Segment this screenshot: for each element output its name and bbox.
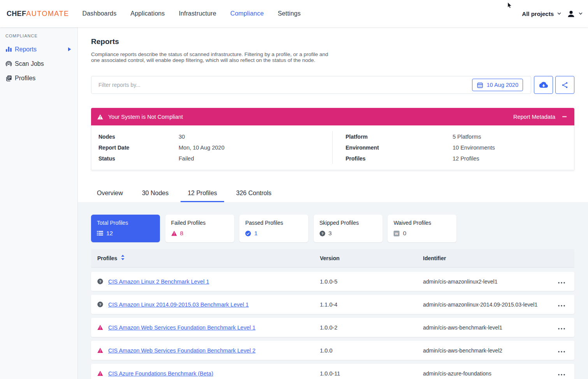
profile-identifier: admin/cis-amazonlinux-2014.09-2015.03-le… (423, 301, 549, 308)
row-menu-button[interactable] (556, 346, 567, 355)
main-nav: Dashboards Applications Infrastructure C… (82, 10, 301, 17)
metadata-label: Environment (333, 145, 453, 151)
profile-identifier: admin/cis-amazonlinux2-level1 (423, 279, 549, 285)
download-report-button[interactable] (534, 76, 553, 94)
top-navigation: CHEFAUTOMATE Dashboards Applications Inf… (0, 0, 588, 27)
page-title: Reports (91, 37, 574, 46)
nav-item-compliance[interactable]: Compliance (230, 10, 264, 17)
svg-text:?: ? (99, 280, 102, 284)
date-picker-button[interactable]: 10 Aug 2020 (472, 79, 523, 91)
main-content: Reports Compliance reports describe the … (78, 27, 588, 379)
card-label: Skipped Profiles (319, 220, 383, 226)
user-menu[interactable] (567, 10, 583, 18)
report-tabs: Overview 30 Nodes 12 Profiles 326 Contro… (90, 184, 574, 202)
tab-profiles[interactable]: 12 Profiles (181, 184, 224, 202)
failed-triangle-icon (97, 370, 103, 376)
table-row: CIS Amazon Web Services Foundation Bench… (91, 341, 574, 360)
table-row: ? CIS Amazon Linux 2014.09-2015.03 Bench… (91, 295, 574, 314)
nav-item-applications[interactable]: Applications (130, 10, 165, 17)
profiles-table: Profiles Version Identifier (91, 249, 574, 379)
profile-link[interactable]: CIS Azure Foundations Benchmark (Beta) (108, 370, 213, 377)
compliance-status-banner: Your System is Not Compliant Report Meta… (91, 108, 574, 125)
card-failed-profiles[interactable]: Failed Profiles 8 (165, 215, 234, 242)
card-value: 12 (106, 230, 113, 237)
card-label: Failed Profiles (171, 220, 234, 226)
table-row: ? CIS Amazon Linux 2 Benchmark Level 1 1… (91, 272, 574, 291)
metadata-label: Report Date (91, 145, 179, 151)
failed-triangle-icon (171, 231, 177, 236)
document-stack-icon (5, 75, 12, 81)
bar-chart-icon (5, 46, 12, 53)
row-menu-button[interactable] (556, 323, 567, 332)
nav-item-dashboards[interactable]: Dashboards (82, 10, 117, 17)
profile-version: 1.0.0-5 (320, 279, 423, 285)
chef-automate-logo[interactable]: CHEFAUTOMATE (7, 10, 69, 18)
profile-link[interactable]: CIS Amazon Linux 2014.09-2015.03 Benchma… (108, 301, 249, 308)
card-label: Total Profiles (97, 220, 160, 226)
radar-icon (5, 60, 12, 67)
metadata-value: 30 (179, 134, 185, 140)
sidebar-item-label: Reports (15, 46, 37, 53)
profile-link[interactable]: CIS Amazon Web Services Foundation Bench… (108, 347, 256, 354)
page-description: Compliance reports describe the status o… (91, 51, 574, 63)
nav-item-settings[interactable]: Settings (278, 10, 301, 17)
collapse-banner-button[interactable] (562, 116, 567, 117)
report-metadata-link[interactable]: Report Metadata (513, 114, 555, 120)
row-menu-button[interactable] (556, 277, 567, 286)
profile-identifier: admin/cis-aws-benchmark-level1 (423, 324, 549, 331)
ellipsis-icon (558, 305, 565, 307)
row-menu-button[interactable] (556, 300, 567, 309)
calendar-icon (477, 82, 483, 88)
card-label: Waived Profiles (393, 220, 456, 226)
profile-link[interactable]: CIS Amazon Web Services Foundation Bench… (108, 324, 256, 331)
failed-triangle-icon (97, 347, 103, 353)
column-header-profiles: Profiles (97, 255, 117, 261)
nav-item-infrastructure[interactable]: Infrastructure (179, 10, 216, 17)
table-row: CIS Azure Foundations Benchmark (Beta) 1… (91, 364, 574, 379)
card-label: Passed Profiles (245, 220, 308, 226)
share-report-button[interactable] (555, 76, 574, 94)
card-value: 3 (328, 230, 332, 237)
projects-filter-dropdown[interactable]: All projects (522, 11, 561, 17)
user-avatar-icon (567, 10, 575, 18)
card-value: 8 (180, 230, 184, 237)
card-total-profiles[interactable]: Total Profiles 12 (91, 215, 160, 242)
cloud-download-icon (539, 81, 548, 89)
expand-arrow-icon[interactable] (68, 46, 71, 53)
ellipsis-icon (558, 351, 565, 353)
waived-badge-icon: W (393, 231, 400, 236)
logo-chef: CHEF (7, 10, 26, 18)
profile-link[interactable]: CIS Amazon Linux 2 Benchmark Level 1 (108, 279, 209, 285)
metadata-value: Failed (179, 155, 194, 162)
filter-bar: 10 Aug 2020 (91, 76, 574, 94)
metadata-label: Profiles (333, 155, 453, 162)
card-value: 0 (403, 230, 406, 237)
tab-overview[interactable]: Overview (90, 184, 130, 202)
filter-input-container: 10 Aug 2020 (91, 76, 531, 94)
tab-nodes[interactable]: 30 Nodes (135, 184, 176, 202)
skipped-question-icon: ? (97, 301, 103, 307)
card-passed-profiles[interactable]: Passed Profiles 1 (239, 215, 308, 242)
skipped-question-icon: ? (319, 231, 325, 236)
table-row: CIS Amazon Web Services Foundation Bench… (91, 318, 574, 337)
tab-controls[interactable]: 326 Controls (229, 184, 279, 202)
sidebar-item-label: Scan Jobs (15, 60, 44, 67)
column-header-version: Version (320, 255, 423, 261)
card-skipped-profiles[interactable]: Skipped Profiles ? 3 (314, 215, 383, 242)
card-waived-profiles[interactable]: Waived Profiles W 0 (388, 215, 456, 242)
svg-text:?: ? (99, 303, 102, 307)
share-icon (561, 81, 569, 89)
metadata-label: Status (91, 155, 179, 162)
filter-reports-input[interactable] (98, 82, 472, 88)
profile-version: 1.0.0-11 (320, 370, 423, 377)
sidebar-item-reports[interactable]: Reports (5, 42, 77, 56)
metadata-label: Nodes (91, 134, 179, 140)
row-menu-button[interactable] (556, 368, 567, 378)
profile-version: 1.1.0-4 (320, 301, 423, 308)
metadata-row: Environment 10 Environments (333, 142, 574, 153)
sidebar-item-scan-jobs[interactable]: Scan Jobs (5, 56, 77, 71)
profile-identifier: admin/cis-azure-foundations (423, 370, 549, 377)
sidebar-item-profiles[interactable]: Profiles (5, 71, 77, 85)
sort-toggle[interactable] (121, 254, 125, 262)
profile-identifier: admin/cis-aws-benchmark-level2 (423, 347, 549, 354)
